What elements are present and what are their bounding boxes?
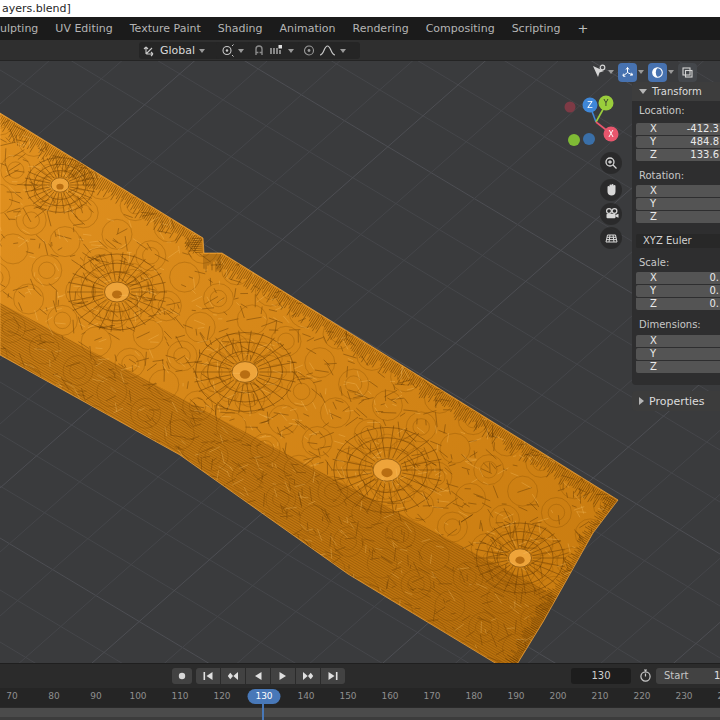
axis-label: X — [650, 123, 657, 135]
location-z-field[interactable]: Z 133.6 — [636, 149, 720, 161]
workspace-tab-scripting[interactable]: Scripting — [512, 22, 561, 35]
gizmos-toggle[interactable] — [618, 63, 645, 82]
stopwatch-icon — [639, 669, 652, 683]
workspace-tab-texture-paint[interactable]: Texture Paint — [130, 22, 201, 35]
ruler-frame-label: 90 — [90, 691, 101, 701]
dimensions-y-field[interactable]: Y — [636, 348, 720, 360]
timeline-header: 130 Start 1 — [0, 663, 720, 688]
prev-keyframe-button[interactable] — [221, 668, 245, 684]
pivot-point-dropdown[interactable] — [216, 42, 252, 59]
blender-window: ayers.blend] ulptingUV EditingTexture Pa… — [0, 0, 720, 720]
prev-keyframe-icon — [227, 671, 239, 681]
rotation-x-field[interactable]: X — [636, 185, 720, 197]
scale-y-value: 0. — [709, 285, 719, 297]
start-frame-value: 1 — [714, 668, 720, 684]
jump-to-end-button[interactable] — [321, 668, 345, 684]
axis-x-label: X — [608, 130, 614, 139]
show-gizmo-dropdown[interactable] — [590, 64, 615, 80]
chevron-down-icon — [238, 49, 244, 53]
location-x-field[interactable]: X -412.3 — [636, 123, 720, 135]
timeline-track[interactable] — [0, 707, 720, 720]
start-frame-field[interactable]: Start 1 — [656, 668, 720, 684]
rotation-y-field[interactable]: Y — [636, 198, 720, 210]
current-frame-indicator[interactable]: 130 — [248, 689, 281, 704]
xray-toggle[interactable] — [678, 63, 697, 82]
dimensions-label: Dimensions: — [639, 319, 701, 330]
ruler-frame-label: 220 — [633, 691, 650, 701]
axis-label: Y — [650, 348, 656, 360]
play-icon — [277, 671, 289, 681]
axis-neg-ball[interactable] — [565, 102, 576, 113]
workspace-tab-compositing[interactable]: Compositing — [426, 22, 495, 35]
playhead[interactable] — [262, 704, 264, 720]
ruler-frame-label: 100 — [129, 691, 146, 701]
chevron-down-icon — [340, 49, 346, 53]
axis-label: Y — [650, 285, 656, 297]
location-y-value: 484.8 — [690, 136, 719, 148]
scale-y-field[interactable]: Y 0. — [636, 285, 720, 297]
rotation-mode-value: XYZ Euler — [643, 235, 692, 246]
ruler-frame-label: 70 — [6, 691, 17, 701]
axis-neg-ball[interactable] — [568, 134, 580, 146]
chevron-down-icon — [638, 70, 644, 74]
axis-label: Z — [650, 298, 657, 310]
jump-to-start-button[interactable] — [196, 668, 220, 684]
scale-x-field[interactable]: X 0. — [636, 272, 720, 284]
ruler-frame-label: 160 — [381, 691, 398, 701]
proportional-editing-group[interactable] — [298, 42, 360, 59]
magnet-icon — [252, 44, 266, 57]
pan-hand-icon — [604, 183, 618, 197]
properties-panel-header[interactable]: Properties — [632, 391, 720, 411]
workspace-tab-ulpting[interactable]: ulpting — [0, 22, 38, 35]
snap-target-icon — [269, 44, 284, 57]
axis-label: X — [650, 185, 657, 197]
collapse-arrow-icon — [639, 397, 644, 405]
add-workspace-button[interactable]: + — [578, 21, 589, 36]
transform-panel-header[interactable]: Transform — [632, 82, 720, 101]
location-label: Location: — [639, 105, 685, 116]
workspace-tab-rendering[interactable]: Rendering — [353, 22, 409, 35]
ruler-frame-label: 180 — [465, 691, 482, 701]
dimensions-z-field[interactable]: Z — [636, 361, 720, 373]
dimensions-x-field[interactable]: X — [636, 335, 720, 347]
scale-label: Scale: — [639, 257, 669, 268]
preview-range-toggle[interactable] — [637, 668, 653, 684]
scale-z-field[interactable]: Z 0. — [636, 298, 720, 310]
playback-controls — [196, 668, 345, 684]
rotation-mode-dropdown[interactable]: XYZ Euler — [636, 234, 720, 248]
auto-keyframe-button[interactable] — [172, 668, 192, 684]
axis-z-label: Z — [587, 101, 593, 110]
current-frame-field[interactable]: 130 — [571, 668, 631, 684]
axis-neg-ball[interactable] — [583, 133, 595, 145]
ruler-frame-label: 150 — [339, 691, 356, 701]
camera-icon — [604, 207, 619, 221]
gizmos-toggle-icon — [621, 66, 634, 79]
overlays-toggle[interactable] — [648, 63, 675, 82]
workspace-tab-uv-editing[interactable]: UV Editing — [55, 22, 112, 35]
zoom-button[interactable] — [600, 152, 622, 174]
location-y-field[interactable]: Y 484.8 — [636, 136, 720, 148]
play-button[interactable] — [271, 668, 295, 684]
timeline-ruler[interactable]: 7080901001101201301401501601701801902002… — [0, 688, 720, 707]
snapping-group[interactable] — [248, 42, 302, 59]
navigation-gizmo[interactable]: Z Y X — [558, 92, 630, 154]
ruler-frame-label: 110 — [171, 691, 188, 701]
ruler-frame-label: 230 — [675, 691, 692, 701]
rotation-z-field[interactable]: Z — [636, 211, 720, 223]
ruler-frame-label: 210 — [591, 691, 608, 701]
toggle-ortho-button[interactable] — [600, 227, 622, 249]
next-keyframe-button[interactable] — [296, 668, 320, 684]
viewport-header: Global — [0, 40, 720, 61]
pan-button[interactable] — [600, 179, 622, 201]
jump-start-icon — [202, 671, 214, 681]
axis-label: Y — [650, 136, 656, 148]
transform-orientation-dropdown[interactable]: Global — [139, 42, 221, 59]
workspace-tab-shading[interactable]: Shading — [218, 22, 263, 35]
play-reverse-button[interactable] — [246, 668, 270, 684]
next-keyframe-icon — [302, 671, 314, 681]
ruler-frame-label: 120 — [213, 691, 230, 701]
workspace-tab-animation[interactable]: Animation — [279, 22, 335, 35]
collapse-arrow-icon — [639, 89, 647, 94]
camera-view-button[interactable] — [600, 203, 622, 225]
zoom-icon — [604, 156, 618, 170]
